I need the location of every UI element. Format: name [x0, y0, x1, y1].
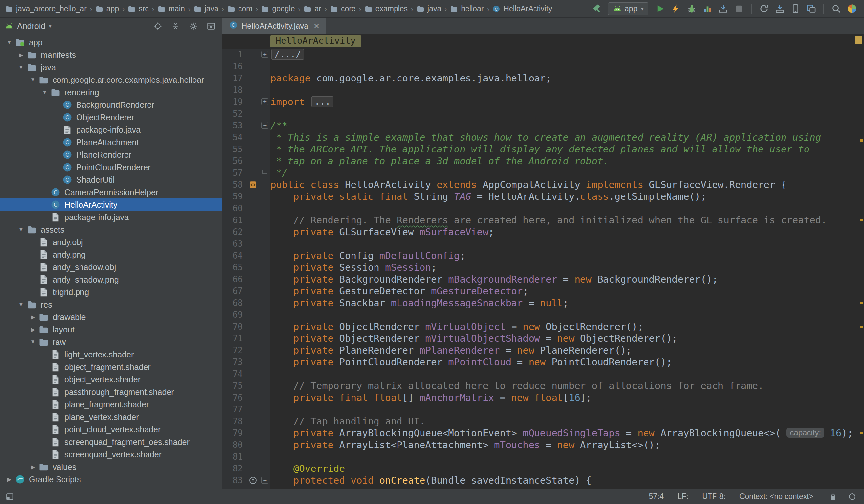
code-line-71[interactable]: 71 private ObjectRenderer mVirtualObject…	[223, 333, 864, 344]
line-number[interactable]: 58	[223, 179, 243, 191]
code-line-58[interactable]: 58public class HelloArActivity extends A…	[223, 179, 864, 191]
device-manager-button[interactable]	[789, 2, 802, 16]
expand-arrow-icon[interactable]: ▶	[27, 326, 39, 333]
warning-stripe-mark[interactable]	[860, 432, 863, 434]
code-line-73[interactable]: 73 private PointCloudRenderer mPointClou…	[223, 356, 864, 368]
stop-button[interactable]	[732, 2, 746, 16]
tree-item-java[interactable]: ▼java	[0, 61, 222, 74]
fold-toggle-icon[interactable]: +	[262, 51, 268, 58]
class-gutter-icon[interactable]	[249, 180, 257, 189]
tree-item-camerapermissionhelper[interactable]: CCameraPermissionHelper	[0, 186, 222, 199]
line-number[interactable]: 82	[223, 463, 243, 475]
line-number[interactable]: 83	[223, 475, 243, 486]
breadcrumb-item-main[interactable]: main	[158, 4, 185, 13]
breadcrumb-item-java[interactable]: java	[417, 4, 441, 13]
breadcrumb-item-google[interactable]: google	[261, 4, 295, 13]
tree-item-andy-shadow-png[interactable]: andy_shadow.png	[0, 273, 222, 286]
code-editor[interactable]: 1+/.../1617package com.google.ar.core.ex…	[223, 49, 864, 489]
tree-item-manifests[interactable]: ▶manifests	[0, 49, 222, 61]
code-line-70[interactable]: 70 private ObjectRenderer mVirtualObject…	[223, 321, 864, 333]
tree-item-light-vertex-shader[interactable]: light_vertex.shader	[0, 348, 222, 361]
tree-item-point-cloud-vertex-shader[interactable]: point_cloud_vertex.shader	[0, 423, 222, 436]
expand-arrow-icon[interactable]: ▼	[39, 89, 51, 96]
breadcrumb-item-helloar[interactable]: helloar	[450, 4, 483, 13]
code-line-76[interactable]: 76 private final float[] mAnchorMatrix =…	[223, 392, 864, 404]
line-number[interactable]: 17	[223, 72, 243, 84]
line-number[interactable]: 69	[223, 309, 243, 321]
code-line-74[interactable]: 74	[223, 368, 864, 380]
code-line-16[interactable]: 16	[223, 60, 864, 72]
folded-region[interactable]: ...	[311, 96, 334, 107]
code-line-57[interactable]: 57 */	[223, 167, 864, 179]
code-line-18[interactable]: 18	[223, 84, 864, 96]
project-view-select[interactable]: Android ▾	[4, 21, 51, 31]
line-number[interactable]: 57	[223, 167, 243, 179]
code-line-65[interactable]: 65 private Session mSession;	[223, 262, 864, 273]
code-line-82[interactable]: 82 @Override	[223, 463, 864, 475]
tree-item-backgroundrenderer[interactable]: CBackgroundRenderer	[0, 98, 222, 111]
tree-item-rendering[interactable]: ▼rendering	[0, 86, 222, 98]
breadcrumb-item-core[interactable]: core	[330, 4, 356, 13]
profiler-button[interactable]	[700, 2, 714, 16]
code-line-63[interactable]: 63	[223, 238, 864, 250]
breadcrumb-item-examples[interactable]: examples	[365, 4, 408, 13]
code-line-1[interactable]: 1+/.../	[223, 49, 864, 60]
tree-item-res[interactable]: ▼res	[0, 298, 222, 311]
tree-item-object-vertex-shader[interactable]: object_vertex.shader	[0, 373, 222, 386]
line-number[interactable]: 66	[223, 273, 243, 285]
line-number[interactable]: 74	[223, 368, 243, 380]
tree-item-andy-png[interactable]: andy.png	[0, 248, 222, 261]
line-number[interactable]: 60	[223, 202, 243, 214]
run-config-select[interactable]: app ▾	[608, 2, 648, 15]
expand-arrow-icon[interactable]: ▶	[27, 314, 39, 321]
line-number[interactable]: 72	[223, 344, 243, 356]
breadcrumb-item-helloaractivity[interactable]: CHelloArActivity	[492, 4, 552, 13]
line-number[interactable]: 78	[223, 415, 243, 427]
code-line-77[interactable]: 77	[223, 404, 864, 415]
line-number[interactable]: 19	[223, 96, 243, 108]
breadcrumb-item-java-arcore-hello-ar[interactable]: java_arcore_hello_ar	[5, 4, 87, 13]
line-number[interactable]: 68	[223, 297, 243, 309]
expand-arrow-icon[interactable]: ▶	[15, 51, 27, 59]
code-line-55[interactable]: 55 * the ARCore API. The application wil…	[223, 143, 864, 155]
tree-item-helloaractivity[interactable]: CHelloArActivity	[0, 199, 222, 211]
line-number[interactable]: 62	[223, 226, 243, 238]
line-number[interactable]: 81	[223, 451, 243, 463]
line-number[interactable]: 76	[223, 392, 243, 404]
debug-button[interactable]	[685, 2, 698, 16]
run-button[interactable]	[653, 2, 667, 16]
tree-item-plane-vertex-shader[interactable]: plane_vertex.shader	[0, 411, 222, 423]
line-number[interactable]: 52	[223, 108, 243, 120]
warning-stripe-mark[interactable]	[860, 219, 863, 221]
line-number[interactable]: 16	[223, 60, 243, 72]
warning-stripe-mark[interactable]	[860, 302, 863, 304]
code-line-68[interactable]: 68 private Snackbar mLoadingMessageSnack…	[223, 297, 864, 309]
code-line-83[interactable]: 83− protected void onCreate(Bundle saved…	[223, 475, 864, 486]
hide-panel-button[interactable]	[205, 20, 216, 32]
line-number[interactable]: 61	[223, 214, 243, 226]
file-encoding-indicator[interactable]: UTF-8:	[702, 492, 726, 501]
tree-item-app[interactable]: ▼app	[0, 36, 222, 49]
tree-item-planeattachment[interactable]: CPlaneAttachment	[0, 136, 222, 148]
tree-item-package-info-java[interactable]: package-info.java	[0, 211, 222, 224]
fold-toggle-icon[interactable]: −	[262, 477, 268, 484]
code-line-81[interactable]: 81	[223, 451, 864, 463]
inspection-indicator[interactable]	[855, 36, 862, 44]
search-everywhere-button[interactable]	[829, 2, 843, 16]
tree-item-screenquad-vertex-shader[interactable]: screenquad_vertex.shader	[0, 448, 222, 461]
breadcrumb-class-chip[interactable]: HelloArActivity	[271, 35, 361, 47]
tab-helloaractivity-java[interactable]: C HelloArActivity.java ×	[223, 18, 326, 34]
memory-indicator-button[interactable]	[846, 491, 858, 503]
line-separator-indicator[interactable]: LF:	[677, 492, 688, 501]
caret-position[interactable]: 57:4	[649, 492, 664, 501]
tree-item-screenquad-fragment-oes-shader[interactable]: screenquad_fragment_oes.shader	[0, 436, 222, 448]
expand-arrow-icon[interactable]: ▼	[3, 39, 15, 46]
breadcrumb-item-ar[interactable]: ar	[303, 4, 321, 13]
code-line-62[interactable]: 62 private GLSurfaceView mSurfaceView;	[223, 226, 864, 238]
tree-item-values[interactable]: ▶values	[0, 461, 222, 473]
line-number[interactable]: 54	[223, 131, 243, 143]
line-number[interactable]: 56	[223, 155, 243, 167]
code-line-64[interactable]: 64 private Config mDefaultConfig;	[223, 250, 864, 262]
line-number[interactable]: 53	[223, 120, 243, 131]
expand-arrow-icon[interactable]: ▶	[3, 476, 15, 483]
